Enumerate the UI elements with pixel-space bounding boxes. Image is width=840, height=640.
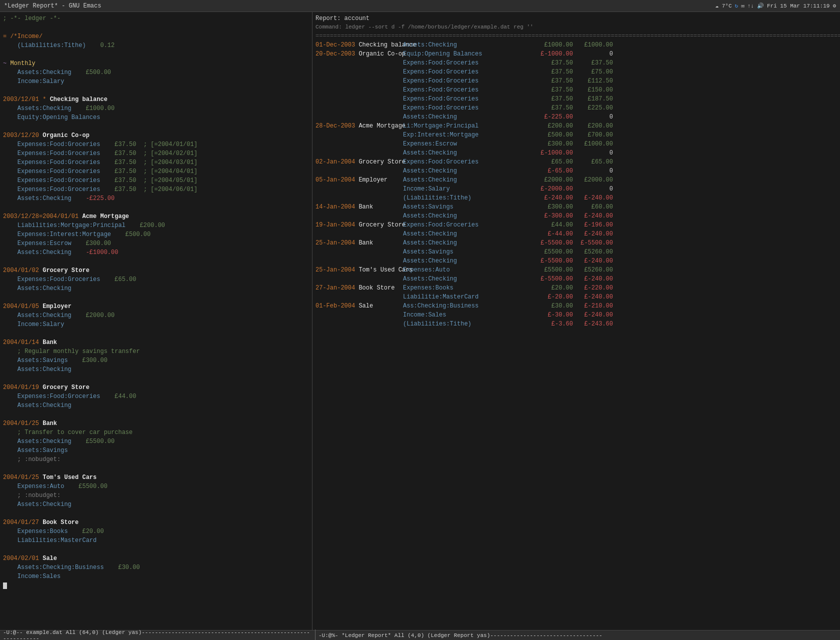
report-entry-row: 01-Feb-2004 SaleAss:Checking:Business£30… [316, 302, 837, 310]
left-line: Expenses:Food:Groceries £37.50 ; [=2004/… [3, 158, 309, 167]
report-entry-row: Assets:Savings£5500.00£5260.00 [316, 248, 837, 256]
report-entry-row: 05-Jan-2004 EmployerAssets:Checking£2000… [316, 176, 837, 184]
left-line [3, 122, 309, 131]
left-line [3, 203, 309, 212]
report-entry-row: 02-Jan-2004 Grocery StoreExpens:Food:Gro… [316, 158, 837, 166]
left-line: ; -*- ledger -*- [3, 14, 309, 23]
left-line: Liabilities:MasterCard [3, 536, 309, 545]
report-entry-row: 25-Jan-2004 BankAssets:Checking£-5500.00… [316, 238, 837, 248]
left-pane[interactable]: ; -*- ledger -*- = /*Income/ (Liabilitie… [0, 12, 312, 630]
left-line: ; Transfer to cover car purchase [3, 428, 309, 437]
left-line: ; :nobudget: [3, 491, 309, 500]
left-line: 2004/01/19 Grocery Store [3, 383, 309, 392]
report-entry-row: Income:Salary£-2000.000 [316, 184, 837, 194]
report-entry-row: 19-Jan-2004 Grocery StoreExpens:Food:Gro… [316, 220, 837, 230]
left-line: Assets:Checking £2000.00 [3, 311, 309, 320]
left-line [3, 86, 309, 95]
left-line: Expenses:Food:Groceries £37.50 ; [=2004/… [3, 149, 309, 158]
report-entry-row: Expens:Food:Groceries£37.50£150.00 [316, 86, 837, 94]
report-entry-row: Assets:Checking£-300.00£-240.00 [316, 212, 837, 220]
left-line: Expenses:Food:Groceries £37.50 ; [=2004/… [3, 140, 309, 149]
left-line [3, 374, 309, 383]
settings-icon[interactable]: ⚙ [832, 2, 836, 9]
left-line [3, 257, 309, 266]
left-line: Liabilities:Mortgage:Principal £200.00 [3, 221, 309, 230]
report-divider: ========================================… [316, 32, 837, 40]
report-command: Command: ledger --sort d -f /home/borbus… [316, 23, 837, 32]
left-line: Assets:Savings [3, 446, 309, 455]
network-icon: ↑↓ [748, 3, 754, 9]
report-entry-row: Assets:Checking£-1000.000 [316, 148, 837, 158]
refresh-icon[interactable]: ↻ [735, 2, 738, 9]
report-entry-row: (Liabilities:Tithe)£-240.00£-240.00 [316, 194, 837, 202]
report-entry-row: Assets:Checking£-44.00£-240.00 [316, 230, 837, 238]
left-line: Income:Sales [3, 572, 309, 581]
left-line: Assets:Savings £300.00 [3, 356, 309, 365]
left-line: Assets:Checking -£225.00 [3, 194, 309, 203]
left-line: Expenses:Food:Groceries £37.50 ; [=2004/… [3, 176, 309, 185]
mail-icon[interactable]: ✉ [741, 2, 744, 9]
left-line [3, 23, 309, 32]
left-line: Equity:Opening Balances [3, 113, 309, 122]
report-entry-row: 20-Dec-2003 Organic Co-opEquip:Opening B… [316, 50, 837, 58]
main-area: ; -*- ledger -*- = /*Income/ (Liabilitie… [0, 12, 840, 630]
left-line: Assets:Checking [3, 365, 309, 374]
left-line: 2004/01/25 Tom's Used Cars [3, 473, 309, 482]
left-line: Expenses:Interest:Mortgage £500.00 [3, 230, 309, 239]
left-line: 2003/12/20 Organic Co-op [3, 131, 309, 140]
report-entry-row: 28-Dec-2003 Acme MortgageLi:Mortgage:Pri… [316, 122, 837, 130]
left-line: 2003/12/01 * Checking balance [3, 95, 309, 104]
left-line: 2004/01/05 Employer [3, 302, 309, 311]
left-line: Assets:Checking -£1000.00 [3, 248, 309, 257]
left-line: = /*Income/ [3, 32, 309, 41]
report-entry-row: (Liabilities:Tithe)£-3.60£-243.60 [316, 320, 837, 328]
left-line: ~ Monthly [3, 59, 309, 68]
left-line: 2004/01/14 Bank [3, 338, 309, 347]
left-line: Assets:Checking [3, 284, 309, 293]
volume-icon: 🔊 [757, 2, 764, 9]
system-info: ☁ 7°C ↻ ✉ ↑↓ 🔊 Fri 15 Mar 17:11:19 ⚙ [715, 2, 836, 9]
left-line: ; :nobudget: [3, 455, 309, 464]
left-line: Assets:Checking:Business £30.00 [3, 563, 309, 572]
left-line: Assets:Checking £1000.00 [3, 104, 309, 113]
left-line: 2004/01/02 Grocery Store [3, 266, 309, 275]
left-line: Assets:Checking £5500.00 [3, 437, 309, 446]
left-line: Expenses:Escrow £300.00 [3, 239, 309, 248]
report-header: Report: account [316, 14, 837, 23]
datetime: Fri 15 Mar 17:11:19 [767, 3, 830, 9]
report-entry-row: 25-Jan-2004 Tom's Used CarsExpenses:Auto… [316, 266, 837, 274]
left-line [3, 581, 309, 590]
left-line: Expenses:Food:Groceries £65.00 [3, 275, 309, 284]
report-entry-row: Expenses:Escrow£300.00£1000.00 [316, 140, 837, 148]
left-line: Assets:Checking £500.00 [3, 68, 309, 77]
left-line [3, 545, 309, 554]
report-entry-row: Assets:Checking£-65.000 [316, 166, 837, 176]
report-entry-row: Expens:Food:Groceries£37.50£225.00 [316, 104, 837, 112]
left-line: Income:Salary [3, 77, 309, 86]
report-entry-row: 14-Jan-2004 BankAssets:Savings£300.00£60… [316, 202, 837, 212]
window-title: *Ledger Report* - GNU Emacs [4, 2, 101, 10]
left-line: 2004/01/27 Book Store [3, 518, 309, 527]
left-line [3, 509, 309, 518]
report-entry-row: Exp:Interest:Mortgage£500.00£700.00 [316, 130, 837, 140]
report-entry-row: Expens:Food:Groceries£37.50£112.50 [316, 76, 837, 86]
left-line: Expenses:Food:Groceries £44.00 [3, 392, 309, 401]
left-line: Assets:Checking [3, 500, 309, 509]
left-line [3, 50, 309, 59]
status-right: -U:@%- *Ledger Report* All (4,0) (Ledger… [316, 632, 837, 638]
right-pane[interactable]: Report: accountCommand: ledger --sort d … [312, 12, 840, 630]
left-line: 2003/12/28=2004/01/01 Acme Mortgage [3, 212, 309, 221]
status-left: -U:@-- example.dat All (64,0) (Ledger ya… [3, 630, 316, 640]
report-entry-row: Liabilitie:MasterCard£-20.00£-240.00 [316, 292, 837, 302]
report-entry-row: 01-Dec-2003 Checking balanceAssets:Check… [316, 40, 837, 50]
report-entry-row: Expens:Food:Groceries£37.50£75.00 [316, 68, 837, 76]
left-line: Expenses:Food:Groceries £37.50 ; [=2004/… [3, 167, 309, 176]
left-line: ; Regular monthly savings transfer [3, 347, 309, 356]
left-line: Expenses:Food:Groceries £37.50 ; [=2004/… [3, 185, 309, 194]
left-line: Expenses:Books £20.00 [3, 527, 309, 536]
left-line: (Liabilities:Tithe) 0.12 [3, 41, 309, 50]
left-line [3, 293, 309, 302]
left-line: Assets:Checking [3, 401, 309, 410]
status-bar: -U:@-- example.dat All (64,0) (Ledger ya… [0, 630, 840, 640]
report-entry-row: Assets:Checking£-225.000 [316, 112, 837, 122]
